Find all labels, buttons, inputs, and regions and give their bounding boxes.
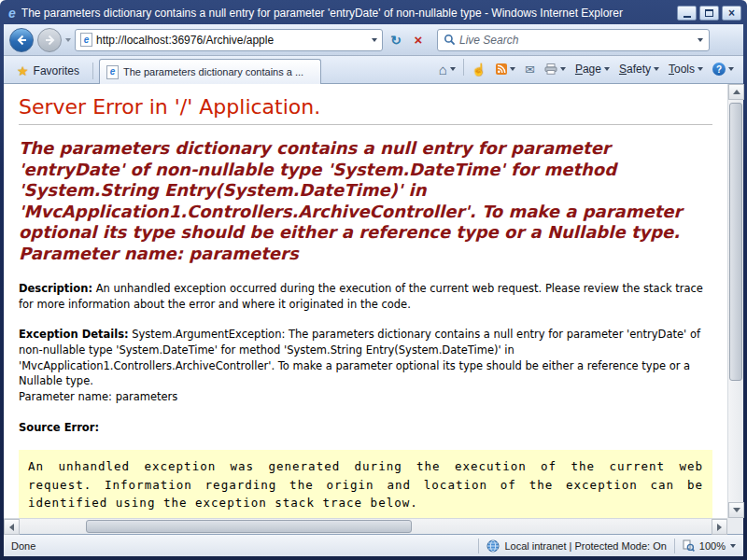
zoom-dropdown[interactable] <box>730 544 736 548</box>
page-menu-label: Page <box>575 63 601 76</box>
scroll-left-button[interactable] <box>4 519 20 535</box>
navigation-bar: e ↻ × <box>4 24 743 56</box>
safety-menu-dropdown <box>654 67 659 71</box>
refresh-button[interactable]: ↻ <box>387 30 405 50</box>
read-mail-button[interactable]: ✉ <box>521 62 539 77</box>
exception-details-parameter: Parameter name: parameters <box>19 390 177 403</box>
title-divider <box>19 124 712 125</box>
home-button[interactable]: ⌂ <box>435 61 459 78</box>
tab-page-icon: e <box>106 65 119 79</box>
separator <box>92 63 93 79</box>
hand-icon: ☝ <box>472 63 486 76</box>
aspnet-error-page: Server Error in '/' Application. The par… <box>4 84 727 518</box>
page-menu-dropdown <box>604 67 610 71</box>
exception-details-label: Exception Details: <box>19 328 129 341</box>
horizontal-scroll-thumb[interactable] <box>86 520 412 533</box>
separator <box>463 59 464 76</box>
command-bar: ★ Favorites e The parameters dictionary … <box>4 56 743 84</box>
search-input[interactable] <box>459 34 694 47</box>
tab-page-icon-e: e <box>110 67 116 77</box>
separator <box>478 539 479 553</box>
description-section: Description: An unhandled exception occu… <box>19 281 712 312</box>
rss-feed-icon <box>496 63 507 75</box>
web-slices-button[interactable]: ☝ <box>468 62 490 77</box>
error-page-title: Server Error in '/' Application. <box>19 95 712 119</box>
zone-text: Local intranet | Protected Mode: On <box>504 540 666 552</box>
mail-icon: ✉ <box>525 63 535 76</box>
home-dropdown[interactable] <box>450 67 456 71</box>
forward-arrow-icon <box>44 35 56 46</box>
back-button[interactable] <box>9 28 34 52</box>
minimize-button[interactable] <box>677 6 697 21</box>
scroll-down-button[interactable] <box>728 502 744 518</box>
home-icon: ⌂ <box>439 63 447 77</box>
help-menu[interactable]: ? <box>709 61 738 77</box>
globe-icon <box>486 539 500 553</box>
zoom-icon <box>683 539 695 552</box>
source-error-text: An unhandled exception was generated dur… <box>28 459 703 510</box>
safety-menu-label: Safety <box>619 63 651 76</box>
minimize-icon <box>684 16 691 18</box>
title-bar: e The parameters dictionary contains a n… <box>4 0 743 24</box>
page-icon: e <box>80 33 92 47</box>
left-arrow-icon <box>9 524 14 531</box>
error-summary-text: The parameters dictionary contains a nul… <box>19 138 682 242</box>
recent-pages-dropdown[interactable] <box>65 38 71 42</box>
feeds-button[interactable] <box>492 62 519 77</box>
scroll-right-button[interactable] <box>712 519 727 535</box>
error-summary: The parameters dictionary contains a nul… <box>19 138 712 264</box>
scrollbar-corner <box>727 518 743 534</box>
vertical-scrollbar[interactable] <box>727 84 743 518</box>
maximize-button[interactable] <box>699 6 719 21</box>
scroll-up-button[interactable] <box>728 84 744 100</box>
source-error-box: An unhandled exception was generated dur… <box>19 450 712 518</box>
favorites-star-icon: ★ <box>17 64 29 77</box>
print-button[interactable] <box>541 62 570 77</box>
page-menu[interactable]: Page <box>571 61 613 77</box>
refresh-icon: ↻ <box>390 34 402 47</box>
favorites-button[interactable]: ★ Favorites <box>9 61 87 83</box>
forward-button[interactable] <box>37 28 62 52</box>
tools-menu-dropdown <box>698 67 703 71</box>
window-controls: × <box>677 6 741 21</box>
back-arrow-icon <box>16 35 28 46</box>
maximize-icon <box>705 9 713 17</box>
right-arrow-icon <box>717 524 722 531</box>
tab-title: The parameters dictionary contains a ... <box>123 66 303 77</box>
command-buttons: ⌂ ☝ ✉ Page Safety <box>435 59 738 83</box>
search-icon <box>444 34 456 46</box>
page-icon-e: e <box>84 35 90 45</box>
security-zone[interactable]: Local intranet | Protected Mode: On <box>486 539 666 553</box>
printer-icon <box>544 63 557 75</box>
address-input[interactable] <box>96 34 368 47</box>
tools-menu[interactable]: Tools <box>665 61 707 77</box>
window-title: The parameters dictionary contains a nul… <box>21 7 666 20</box>
status-bar: Done Local intranet | Protected Mode: On… <box>4 534 743 556</box>
tab-current-page[interactable]: e The parameters dictionary contains a .… <box>99 59 321 84</box>
tools-menu-label: Tools <box>669 63 695 76</box>
ie-icon: e <box>6 6 16 21</box>
browser-window: e The parameters dictionary contains a n… <box>0 0 747 560</box>
stop-button[interactable]: × <box>409 30 428 50</box>
up-arrow-icon <box>733 90 740 94</box>
search-box <box>437 29 710 51</box>
print-dropdown[interactable] <box>560 67 566 71</box>
viewport: Server Error in '/' Application. The par… <box>4 84 743 534</box>
address-dropdown[interactable] <box>372 38 377 42</box>
favorites-label: Favorites <box>34 64 79 77</box>
horizontal-scrollbar[interactable] <box>4 518 727 534</box>
zoom-control[interactable]: 100% <box>683 539 736 552</box>
search-dropdown[interactable] <box>698 38 703 42</box>
safety-menu[interactable]: Safety <box>615 61 663 77</box>
help-icon: ? <box>712 63 726 76</box>
error-summary-parameter: Parameter name: parameters <box>19 244 299 263</box>
close-button[interactable]: × <box>722 6 741 21</box>
vertical-scroll-thumb[interactable] <box>729 103 742 381</box>
feeds-dropdown[interactable] <box>510 67 515 71</box>
close-icon: × <box>728 7 735 19</box>
help-dropdown <box>728 67 734 71</box>
down-arrow-icon <box>733 508 740 512</box>
source-error-label: Source Error: <box>19 420 712 436</box>
separator <box>674 539 675 553</box>
address-bar: e <box>75 29 383 51</box>
